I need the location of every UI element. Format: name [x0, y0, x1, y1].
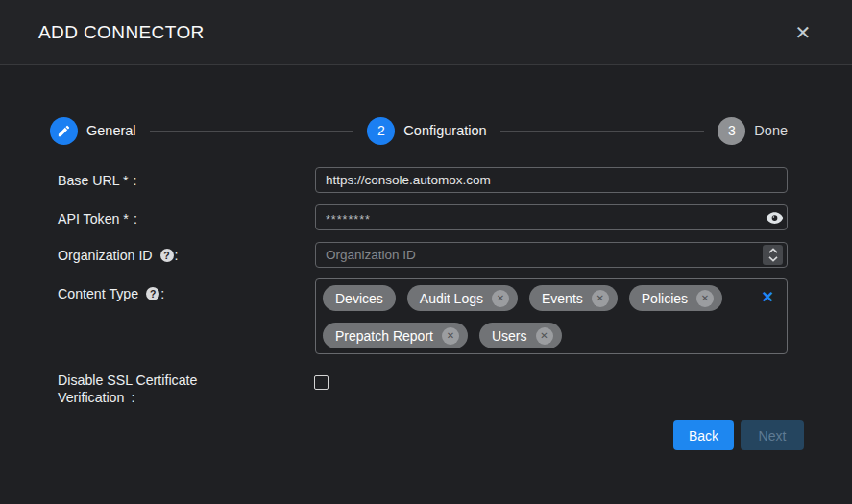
content-type-tag-box[interactable]: Devices Audit Logs ✕ Events ✕ Policies ✕… — [315, 278, 788, 354]
pencil-icon — [57, 124, 71, 138]
tag-remove-icon[interactable]: ✕ — [442, 327, 459, 345]
ssl-verification-checkbox[interactable] — [314, 375, 329, 390]
step-general[interactable]: General — [50, 117, 136, 145]
tag-users[interactable]: Users ✕ — [479, 323, 562, 348]
step-general-circle — [50, 117, 78, 145]
tag-remove-icon[interactable]: ✕ — [492, 290, 509, 307]
tag-prepatch-report[interactable]: Prepatch Report ✕ — [323, 323, 468, 348]
tag-audit-logs[interactable]: Audit Logs ✕ — [407, 285, 518, 311]
organization-id-label: Organization ID ? : — [58, 248, 179, 263]
tag-policies[interactable]: Policies ✕ — [629, 285, 722, 311]
dialog-header: ADD CONNECTOR ✕ — [0, 0, 852, 65]
organization-id-input[interactable] — [315, 242, 788, 268]
tag-devices[interactable]: Devices — [323, 285, 396, 311]
help-icon[interactable]: ? — [146, 287, 159, 300]
tag-remove-icon[interactable]: ✕ — [696, 290, 714, 307]
tag-remove-icon[interactable]: ✕ — [536, 327, 553, 345]
step-done[interactable]: 3 Done — [718, 117, 788, 145]
base-url-input[interactable] — [315, 167, 788, 193]
step-configuration-label: Configuration — [403, 123, 486, 138]
password-visibility-eye-icon[interactable] — [765, 210, 784, 226]
clear-all-tags-icon[interactable]: ✕ — [762, 288, 774, 306]
number-stepper-icon[interactable] — [763, 245, 783, 265]
tag-remove-icon[interactable]: ✕ — [592, 290, 609, 307]
close-icon[interactable]: ✕ — [791, 20, 815, 45]
base-url-label: Base URL * : — [58, 173, 137, 188]
help-icon[interactable]: ? — [160, 249, 174, 262]
step-done-label: Done — [754, 123, 788, 138]
next-button[interactable]: Next — [741, 420, 804, 450]
ssl-verification-label: Disable SSL Certificate Verification: — [58, 372, 246, 406]
api-token-input[interactable] — [315, 204, 788, 230]
step-configuration-circle: 2 — [367, 117, 395, 145]
api-token-label: API Token * : — [58, 211, 137, 227]
step-connector-line-2 — [500, 131, 705, 132]
back-button[interactable]: Back — [673, 420, 734, 450]
dialog-title: ADD CONNECTOR — [38, 22, 205, 43]
content-type-label: Content Type ? : — [58, 286, 164, 301]
step-general-label: General — [86, 123, 136, 138]
tag-events[interactable]: Events ✕ — [529, 285, 618, 311]
step-done-circle: 3 — [718, 117, 745, 145]
step-connector-line-1 — [150, 131, 354, 132]
wizard-stepper: General 2 Configuration 3 Done — [50, 116, 788, 145]
step-configuration[interactable]: 2 Configuration — [367, 117, 486, 145]
add-connector-dialog: ADD CONNECTOR ✕ General 2 Configuration … — [0, 0, 852, 504]
